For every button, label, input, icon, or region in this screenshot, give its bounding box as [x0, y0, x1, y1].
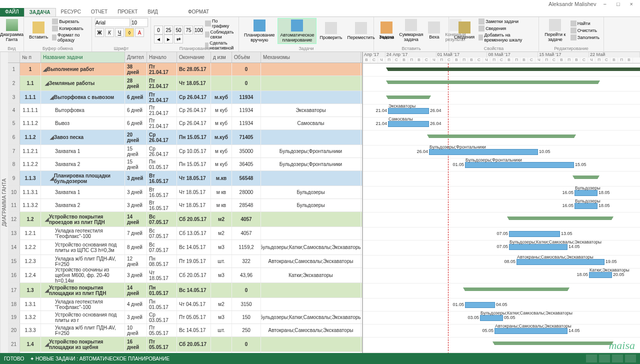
- cell-name[interactable]: ◢ Завоз песка: [41, 130, 125, 144]
- cell-volume[interactable]: 150: [232, 311, 261, 324]
- table-row[interactable]: 41.1.1.1Выторфовка6 днейПт 21.04.17Ср 26…: [8, 104, 362, 117]
- cell-name[interactable]: Захватка 1: [41, 145, 125, 158]
- cell-wbs[interactable]: 1.2: [20, 212, 41, 226]
- cell-wbs[interactable]: 1.2.1: [20, 227, 41, 240]
- cell-wbs[interactable]: 1.2.4: [20, 268, 41, 282]
- outdent-button[interactable]: ◄: [154, 34, 163, 44]
- cell-name[interactable]: ◢ Планировка площадки бульдозером: [41, 171, 125, 186]
- cell-name[interactable]: Укладка геотекстиля "Геофлакс"-100: [41, 298, 125, 310]
- col-finish[interactable]: Окончание: [177, 52, 211, 62]
- cell-mechanisms[interactable]: Автокраны;Самосвалы;Экскаваторы: [261, 255, 361, 268]
- cell-unit[interactable]: м3: [211, 268, 232, 282]
- table-row[interactable]: 121.2◢ Устройство покрытия проездов из п…: [8, 212, 362, 227]
- tab-report[interactable]: ОТЧЕТ: [86, 8, 112, 16]
- summary-bar[interactable]: [388, 96, 429, 99]
- maximize-button[interactable]: □: [614, 1, 623, 7]
- cell-duration[interactable]: 3 дней: [125, 186, 147, 198]
- cell-mechanisms[interactable]: [261, 171, 361, 186]
- copy-button[interactable]: Копировать: [51, 25, 88, 32]
- cell-duration[interactable]: 6 дней: [125, 104, 147, 116]
- col-mechanisms[interactable]: Механизмы: [261, 52, 361, 62]
- cell-duration[interactable]: 12 дней: [125, 255, 147, 268]
- cell-volume[interactable]: 3150: [232, 298, 261, 310]
- cell-wbs[interactable]: 1: [20, 63, 41, 76]
- cell-unit[interactable]: м2: [211, 298, 232, 310]
- cell-finish[interactable]: Вс 14.05.17: [177, 283, 211, 298]
- cell-name[interactable]: Устройство основания под плиты из ЩПС С3…: [41, 240, 125, 254]
- fill-color-button[interactable]: ◊: [125, 28, 134, 37]
- table-row[interactable]: 171.3◢ Устройство покрытия площадки из п…: [8, 283, 362, 298]
- row-number[interactable]: 15: [8, 255, 20, 268]
- cell-finish[interactable]: Сб 20.05.17: [177, 212, 211, 226]
- cell-volume[interactable]: 71405: [232, 130, 261, 144]
- cell-start[interactable]: Ср 03.05.17: [147, 311, 177, 324]
- row-number[interactable]: 4: [8, 104, 20, 116]
- cell-start[interactable]: Пт 21.04.17: [147, 91, 177, 104]
- table-row[interactable]: 11◢ Выполнение работ38 днейПт 21.04.17Вс…: [8, 63, 362, 76]
- cell-finish[interactable]: Чт 04.05.17: [177, 298, 211, 310]
- cell-mechanisms[interactable]: [261, 63, 361, 76]
- table-row[interactable]: 151.2.3Укладка ж/б плит ПДН-AV, F=25012 …: [8, 255, 362, 268]
- cell-unit[interactable]: м куб: [211, 145, 232, 158]
- summary-bar[interactable]: [574, 176, 598, 179]
- table-row[interactable]: 81.1.2.2Захватка 215 днейПн 01.05.17Пн 1…: [8, 158, 362, 171]
- cell-finish[interactable]: Ср 17.05.17: [177, 352, 211, 353]
- auto-schedule-button[interactable]: Автоматическое планирование: [278, 18, 316, 44]
- cell-finish[interactable]: Чт 18.05.17: [177, 199, 211, 212]
- cell-start[interactable]: Пн 01.05.17: [147, 298, 177, 310]
- row-number[interactable]: 14: [8, 240, 20, 254]
- cell-unit[interactable]: м куб: [211, 158, 232, 170]
- tab-resource[interactable]: РЕСУРС: [56, 8, 86, 16]
- task-bar[interactable]: Автокраны;Самосвалы;Экскаваторы08.0519.0…: [516, 259, 604, 265]
- cell-volume[interactable]: 43,96: [232, 268, 261, 282]
- add-to-timeline-button[interactable]: Добавить на временную шкалу: [478, 32, 536, 43]
- pct75-button[interactable]: 75: [184, 26, 193, 34]
- cell-start[interactable]: Пн 08.05.17: [147, 255, 177, 268]
- cell-start[interactable]: Вт 16.05.17: [147, 199, 177, 212]
- cell-duration[interactable]: 38 дней: [125, 63, 147, 76]
- cell-duration[interactable]: 3 дней: [125, 311, 147, 324]
- tab-view[interactable]: ВИД: [142, 8, 163, 16]
- scroll-to-task-button[interactable]: Перейти к задаче: [542, 18, 568, 43]
- task-bar[interactable]: Бульдозеры16.0518.05: [574, 203, 598, 209]
- cell-start[interactable]: Пт 05.05.17: [147, 324, 177, 336]
- clear-button[interactable]: Очистить: [570, 27, 600, 34]
- table-row[interactable]: 211.4◢ Устройство покрытия площадки из щ…: [8, 337, 362, 352]
- italic-button[interactable]: К: [105, 28, 114, 37]
- move-button[interactable]: Переместить: [345, 21, 376, 41]
- row-number[interactable]: 1: [8, 63, 20, 76]
- table-row[interactable]: 91.1.3◢ Планировка площадки бульдозером3…: [8, 171, 362, 186]
- table-row[interactable]: 141.2.2Устройство основания под плиты из…: [8, 240, 362, 255]
- cell-duration[interactable]: 3 дней: [125, 268, 147, 282]
- cell-mechanisms[interactable]: Катки;Экскаваторы: [261, 268, 361, 282]
- cell-start[interactable]: Вт 16.05.17: [147, 186, 177, 198]
- cell-start[interactable]: Пт 21.04.17: [147, 63, 177, 76]
- cell-mechanisms[interactable]: [261, 352, 361, 353]
- cell-unit[interactable]: м.кв: [211, 171, 232, 186]
- table-row[interactable]: 71.1.2.1Захватка 115 днейСр 26.04.17Ср 1…: [8, 145, 362, 158]
- cell-unit[interactable]: [211, 63, 232, 76]
- row-number[interactable]: 13: [8, 227, 20, 240]
- cut-button[interactable]: Вырезать: [51, 18, 88, 25]
- cell-unit[interactable]: [211, 283, 232, 298]
- font-color-button[interactable]: A: [135, 28, 144, 37]
- col-start[interactable]: Начало: [147, 52, 177, 62]
- cell-duration[interactable]: 16 дней: [125, 337, 147, 352]
- respect-links-button[interactable]: Соблюдать связи: [204, 29, 237, 40]
- cell-volume[interactable]: 28548: [232, 199, 261, 212]
- task-bar[interactable]: Бульдозеры;Фронтальники26.0410.05: [429, 149, 538, 155]
- cell-start[interactable]: Вс 07.05.17: [147, 227, 177, 240]
- cell-unit[interactable]: м3: [211, 311, 232, 324]
- row-number[interactable]: 12: [8, 212, 20, 226]
- cell-volume[interactable]: 0: [232, 283, 261, 298]
- cell-volume[interactable]: 31980: [232, 352, 261, 353]
- cell-finish[interactable]: Пт 05.05.17: [177, 311, 211, 324]
- cell-finish[interactable]: Ср 26.04.17: [177, 104, 211, 116]
- cell-name[interactable]: Укладка ж/б плит ПДН-AV, F=250: [41, 255, 125, 268]
- cell-unit[interactable]: м.куб: [211, 130, 232, 144]
- cell-wbs[interactable]: 1.4: [20, 337, 41, 352]
- cell-name[interactable]: Укладка геотекстиля "Геофлакс"-100: [41, 227, 125, 240]
- tab-format[interactable]: ФОРМАТ: [183, 8, 214, 16]
- manual-schedule-button[interactable]: Планирование вручную: [242, 18, 276, 44]
- gantt-chart-button[interactable]: Диаграмма Ганта: [3, 18, 20, 43]
